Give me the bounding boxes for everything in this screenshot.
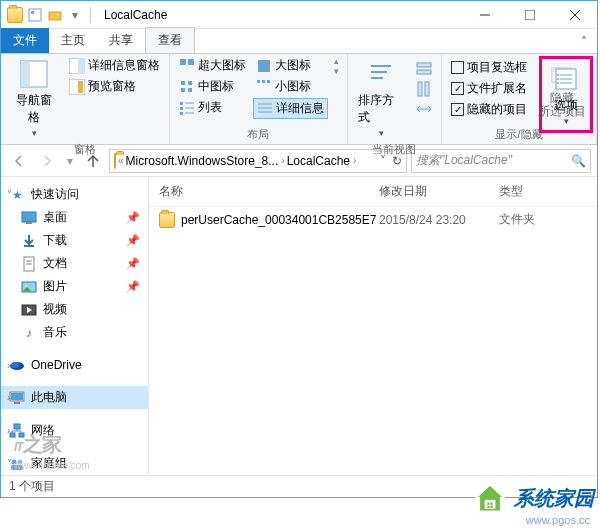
col-type[interactable]: 类型: [499, 183, 587, 200]
search-placeholder: 搜索"LocalCache": [416, 152, 571, 169]
addcolumn-button[interactable]: [413, 80, 435, 98]
breadcrumb-item[interactable]: LocalCache›: [287, 154, 357, 168]
explorer-window: ▾ LocalCache 文件 主页 共享 查看 ˄ 导航窗格 ▾ 详细信息窗: [0, 0, 598, 498]
pc-icon: [9, 390, 25, 406]
sort-button[interactable]: 排序方式▾: [354, 56, 409, 140]
close-button[interactable]: [552, 1, 597, 29]
downloads-icon: [21, 233, 37, 249]
folder-icon: [114, 154, 116, 168]
qat-dropdown-icon[interactable]: ▾: [67, 7, 83, 23]
nav-videos[interactable]: 视频: [1, 298, 148, 321]
options-highlight: 选项 ▾: [539, 56, 593, 133]
layout-sm[interactable]: 小图标: [253, 77, 328, 96]
svg-point-47: [557, 78, 559, 80]
col-date[interactable]: 修改日期: [379, 183, 499, 200]
pin-icon: 📌: [126, 257, 140, 270]
ribbon-collapse-icon[interactable]: ˄: [571, 31, 597, 53]
svg-rect-79: [487, 506, 489, 508]
detail-pane-button[interactable]: 详细信息窗格: [66, 56, 163, 75]
svg-rect-17: [181, 88, 185, 92]
sizecolumn-button[interactable]: [413, 100, 435, 118]
tab-home[interactable]: 主页: [49, 28, 97, 53]
nav-downloads[interactable]: 下载📌: [1, 229, 148, 252]
svg-rect-78: [490, 503, 492, 505]
svg-rect-77: [487, 503, 489, 505]
nav-desktop[interactable]: 桌面📌: [1, 206, 148, 229]
watermark-brand: ITIT之家之家: [14, 431, 61, 458]
groupby-button[interactable]: [413, 60, 435, 78]
col-name[interactable]: 名称: [159, 183, 379, 200]
pin-icon: 📌: [126, 211, 140, 224]
pictures-icon: [21, 279, 37, 295]
item-checkboxes[interactable]: 项目复选框: [448, 58, 530, 77]
nav-pictures[interactable]: 图片📌: [1, 275, 148, 298]
group-panes: 导航窗格 ▾ 详细信息窗格 预览窗格 窗格: [1, 54, 170, 144]
videos-icon: [21, 302, 37, 318]
preview-pane-button[interactable]: 预览窗格: [66, 77, 163, 96]
maximize-button[interactable]: [507, 1, 552, 29]
group-label: 布局: [176, 125, 341, 144]
svg-point-48: [557, 82, 559, 84]
svg-rect-0: [29, 9, 41, 21]
folder-icon: [159, 212, 175, 228]
svg-rect-65: [14, 424, 20, 429]
svg-rect-8: [21, 61, 30, 87]
svg-rect-37: [418, 82, 422, 96]
tab-view[interactable]: 查看: [145, 27, 195, 54]
nav-this-pc[interactable]: ›此电脑: [1, 386, 148, 409]
window-title: LocalCache: [100, 8, 462, 22]
svg-rect-2: [49, 12, 61, 20]
svg-rect-23: [180, 112, 183, 115]
column-headers: 名称 修改日期 类型: [149, 177, 597, 207]
file-list: 名称 修改日期 类型 perUserCache_00034001CB2585E7…: [149, 177, 597, 475]
layout-list[interactable]: 列表: [176, 98, 249, 117]
svg-rect-38: [425, 82, 429, 96]
list-item[interactable]: perUserCache_00034001CB2585E7 2015/8/24 …: [149, 207, 597, 232]
svg-rect-63: [11, 393, 23, 400]
content-area: ˅★快速访问 桌面📌 下载📌 文档📌 图片📌 视频 ♪音乐 ›OneDrive …: [1, 177, 597, 475]
nav-documents[interactable]: 文档📌: [1, 252, 148, 275]
group-label: 当前视图: [354, 140, 435, 159]
svg-rect-1: [31, 11, 34, 14]
watermark-url: www.ithome.com: [14, 460, 90, 471]
nav-onedrive[interactable]: ›OneDrive: [1, 354, 148, 376]
svg-rect-21: [180, 107, 183, 110]
layout-scroll[interactable]: ▴▾: [332, 56, 341, 76]
search-box[interactable]: 搜索"LocalCache" 🔍: [411, 149, 591, 173]
file-extensions[interactable]: ✓文件扩展名: [448, 79, 530, 98]
titlebar: ▾ LocalCache: [1, 1, 597, 29]
tab-share[interactable]: 共享: [97, 28, 145, 53]
group-label: 窗格: [7, 140, 163, 159]
svg-rect-76: [485, 500, 496, 509]
svg-rect-50: [22, 212, 36, 222]
nav-quick-access[interactable]: ˅★快速访问: [1, 183, 148, 206]
nav-pane-button[interactable]: 导航窗格 ▾: [7, 56, 62, 140]
nav-music[interactable]: ♪音乐: [1, 321, 148, 344]
documents-icon: [21, 256, 37, 272]
svg-point-61: [11, 362, 19, 368]
qat-newfolder-icon[interactable]: [47, 7, 63, 23]
svg-rect-4: [525, 10, 535, 20]
svg-rect-19: [180, 102, 183, 105]
svg-rect-28: [267, 80, 270, 83]
tab-file[interactable]: 文件: [1, 28, 49, 53]
layout-details[interactable]: 详细信息: [253, 98, 328, 119]
layout-lg[interactable]: 大图标: [253, 56, 328, 75]
onedrive-icon: [9, 357, 25, 373]
options-button[interactable]: 选项 ▾: [544, 61, 588, 128]
layout-xl[interactable]: 超大图标: [176, 56, 249, 75]
svg-rect-10: [78, 58, 85, 74]
minimize-button[interactable]: [462, 1, 507, 29]
svg-rect-35: [417, 63, 431, 67]
layout-md[interactable]: 中图标: [176, 77, 249, 96]
svg-rect-14: [188, 59, 194, 65]
logo: 系统家园: [472, 480, 594, 516]
hidden-items[interactable]: ✓隐藏的项目: [448, 100, 530, 119]
app-icon: [7, 7, 23, 23]
svg-rect-15: [181, 81, 185, 85]
window-controls: [462, 1, 597, 29]
item-count: 1 个项目: [9, 478, 55, 495]
qat-properties-icon[interactable]: [27, 7, 43, 23]
search-icon: 🔍: [571, 154, 586, 168]
logo-text: 系统家园: [514, 485, 594, 512]
